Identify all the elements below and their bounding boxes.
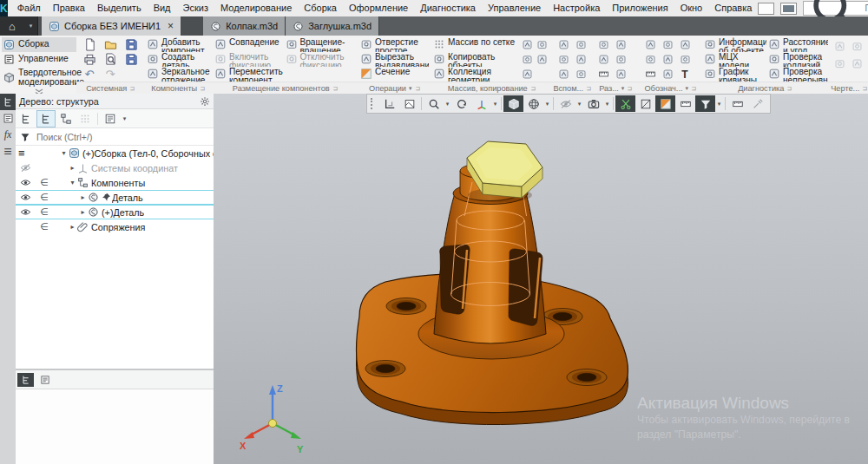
tool-icon[interactable]: [598, 39, 609, 50]
expander-icon[interactable]: ▾: [59, 149, 69, 157]
tool-icon[interactable]: [645, 54, 656, 65]
tree-row-components[interactable]: ∈ ▾ Компоненты: [16, 175, 214, 190]
footer-caret-icon[interactable]: ▾: [621, 85, 625, 92]
orientation-triad-icon[interactable]: [471, 95, 491, 112]
mirror-component-button[interactable]: Зеркальное отражение ко...: [147, 67, 210, 82]
tree-row-root[interactable]: ≡ ▾ (+)Сборка (Тел-0, Сборочных единиц-0: [16, 146, 214, 160]
expander-icon[interactable]: ▸: [59, 223, 77, 231]
group-footer-obozn[interactable]: Обознач...▾⊓: [639, 82, 701, 94]
tree-row-mates[interactable]: ∈ ▸ Сопряжения: [16, 219, 214, 234]
tool-icon[interactable]: [536, 54, 548, 65]
mode-tab-solid-modeling[interactable]: Твердотельное моделирование: [2, 67, 76, 88]
menu-assembly[interactable]: Сборка: [298, 0, 343, 16]
command-search-input[interactable]: [863, 3, 868, 14]
tree-filter-caret-icon[interactable]: ▾: [121, 115, 128, 122]
display-mode-shaded-icon[interactable]: [503, 95, 523, 112]
bottom-tab-params-icon[interactable]: [36, 373, 53, 387]
3d-viewport[interactable]: ▾ ▾ ▾ ▾ ▾ ▾: [214, 94, 868, 464]
simple-hole-button[interactable]: Отверстие простое: [360, 37, 429, 52]
expander-icon[interactable]: ▸: [59, 208, 88, 216]
orientation-caret-icon[interactable]: ▾: [491, 101, 499, 108]
filter-caret-icon[interactable]: ▾: [715, 101, 723, 108]
tool-icon[interactable]: [662, 69, 674, 80]
tree-search-input[interactable]: [35, 131, 209, 143]
zoom-caret-icon[interactable]: ▾: [444, 101, 451, 108]
tool-icon[interactable]: [680, 54, 691, 65]
toolbar-drag-handle[interactable]: [371, 98, 377, 109]
coincidence-button[interactable]: Совпадение: [214, 37, 286, 52]
filter-funnel-icon[interactable]: [20, 132, 30, 142]
tool-icon[interactable]: [615, 39, 627, 50]
tab-kolpak[interactable]: Колпак.m3d: [203, 16, 286, 36]
tool-icon[interactable]: [522, 69, 533, 80]
tree-row-coordinate-systems[interactable]: ▸ Системы координат: [16, 160, 214, 175]
menu-help[interactable]: Справка: [708, 0, 758, 16]
object-info-button[interactable]: Информация об объекте: [704, 37, 766, 52]
open-button[interactable]: [104, 38, 117, 51]
display-mode-wireframe-icon[interactable]: [523, 95, 543, 112]
tree-structure-button[interactable]: [36, 110, 56, 127]
collision-check-button[interactable]: Проверка коллизий: [768, 52, 828, 67]
group-footer-diagnostics[interactable]: Диагностика⊓: [701, 82, 828, 94]
membership-icon[interactable]: ∈: [35, 206, 54, 218]
part-hex-cap[interactable]: [467, 141, 542, 203]
rotation-rotation-button[interactable]: Вращение-вращение: [286, 37, 357, 52]
distance-angle-button[interactable]: Расстояние и угол: [768, 37, 828, 52]
menu-applications[interactable]: Приложения: [606, 0, 674, 16]
parameters-panel-icon[interactable]: [0, 110, 16, 127]
footer-caret-icon[interactable]: ▾: [409, 85, 412, 92]
expander-icon[interactable]: ▸: [59, 164, 77, 172]
undo-button[interactable]: ↶: [85, 69, 95, 80]
move-component-button[interactable]: Переместить компонент: [214, 67, 286, 82]
add-component-button[interactable]: Добавить компонент из...: [147, 37, 210, 52]
menu-settings[interactable]: Настройка: [547, 0, 606, 16]
membership-icon[interactable]: ∈: [35, 221, 54, 232]
bottom-tab-tree-icon[interactable]: [17, 373, 34, 387]
clip-scissors-icon[interactable]: [615, 95, 635, 112]
save-as-button[interactable]: [125, 53, 138, 66]
print-button[interactable]: [83, 53, 96, 66]
measure-grid-icon[interactable]: [675, 95, 695, 112]
menu-modeling[interactable]: Моделирование: [214, 0, 298, 16]
menu-select[interactable]: Выделить: [91, 0, 148, 16]
hide-caret-icon[interactable]: ▾: [575, 101, 583, 108]
tool-icon[interactable]: [575, 54, 587, 65]
app-logo-icon[interactable]: K: [0, 0, 8, 16]
clip-box-icon[interactable]: [635, 95, 655, 112]
expander-icon[interactable]: ▸: [59, 193, 88, 201]
visibility-off-icon[interactable]: [16, 162, 35, 173]
section-button[interactable]: Сечение: [360, 67, 429, 82]
capture-caret-icon[interactable]: ▾: [603, 101, 611, 108]
group-footer-drafting[interactable]: Черте...⊓: [828, 82, 868, 94]
quick-lines-icon[interactable]: [727, 95, 747, 112]
visibility-icon[interactable]: [16, 192, 35, 203]
redo-button[interactable]: ↷: [106, 69, 115, 80]
membership-icon[interactable]: ∈: [35, 192, 54, 203]
tree-row-detail-2[interactable]: ∈ ▸ (+)Деталь: [16, 205, 214, 219]
visibility-icon[interactable]: [16, 206, 35, 218]
tool-icon[interactable]: [645, 69, 656, 80]
command-search[interactable]: [803, 1, 868, 16]
image-capture-icon[interactable]: [583, 95, 603, 112]
tree-row-detail-1[interactable]: ∈ ▸ Деталь: [16, 190, 214, 205]
menu-edit[interactable]: Правка: [47, 0, 91, 16]
tool-icon[interactable]: [558, 39, 569, 50]
home-dropdown[interactable]: ▾: [24, 16, 38, 36]
tree-sort-button[interactable]: [17, 111, 35, 127]
tool-icon[interactable]: [522, 54, 533, 65]
display-caret-icon[interactable]: ▾: [543, 101, 551, 108]
tool-icon[interactable]: [615, 54, 627, 65]
sheet-orientation-icon[interactable]: [399, 95, 419, 112]
window-layout-icon[interactable]: [758, 3, 774, 15]
mode-tab-management[interactable]: Управление: [2, 52, 76, 67]
group-footer-placement[interactable]: Размещение компонентов⊓: [212, 82, 358, 94]
gear-icon[interactable]: [200, 96, 210, 107]
save-button[interactable]: [125, 38, 138, 51]
variables-panel-icon[interactable]: fx: [0, 127, 16, 143]
grid-array-button[interactable]: Массив по сетке: [433, 37, 520, 52]
continuity-check-button[interactable]: Проверка непрерывности: [768, 67, 828, 82]
tool-icon[interactable]: [680, 39, 691, 50]
zoom-icon[interactable]: [424, 95, 444, 112]
menu-management[interactable]: Управление: [482, 0, 547, 16]
group-footer-components[interactable]: Компоненты⊓: [144, 82, 212, 94]
